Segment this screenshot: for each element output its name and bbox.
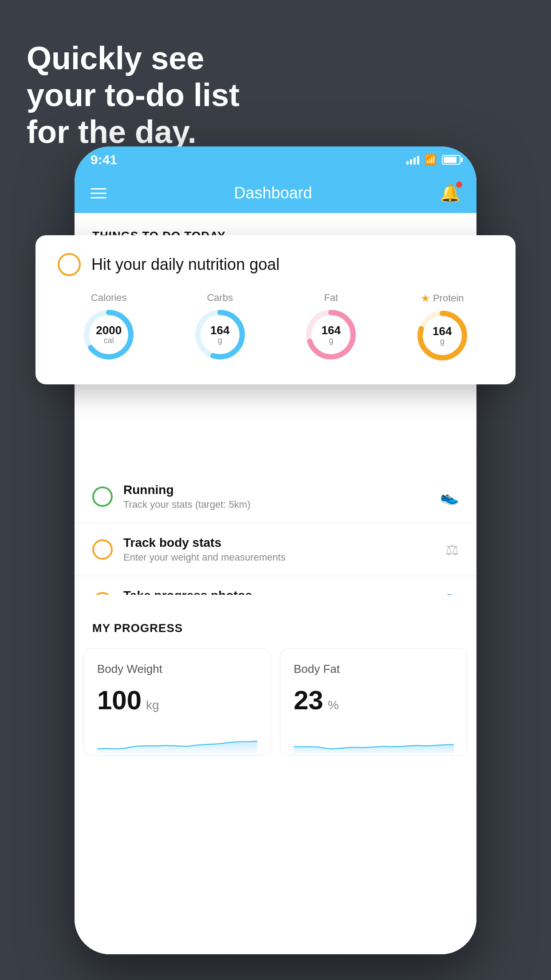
status-bar: 9:41 📶 xyxy=(75,146,476,173)
running-icon: 👟 xyxy=(440,488,459,506)
fat-unit: g xyxy=(322,336,341,345)
body-weight-unit: kg xyxy=(146,698,159,712)
todo-circle-body-stats xyxy=(92,539,113,560)
hamburger-menu[interactable] xyxy=(91,188,106,198)
body-weight-chart xyxy=(97,729,257,755)
progress-title: MY PROGRESS xyxy=(75,621,476,648)
notification-dot xyxy=(456,182,462,188)
app-header: Dashboard 🔔 xyxy=(75,173,476,213)
progress-cards: Body Weight 100 kg Bo xyxy=(75,648,476,774)
header-title: Dashboard xyxy=(234,184,312,202)
body-weight-number: 100 xyxy=(97,685,142,715)
progress-section: MY PROGRESS Body Weight 100 kg xyxy=(75,595,476,774)
protein-donut: 164 g xyxy=(416,309,469,362)
body-fat-unit: % xyxy=(328,698,339,712)
todo-subtitle-running: Track your stats (target: 5km) xyxy=(123,499,429,510)
wifi-icon: 📶 xyxy=(425,154,437,166)
todo-title-body-stats: Track body stats xyxy=(123,536,435,550)
hero-text: Quickly see your to-do list for the day. xyxy=(27,40,240,150)
todo-subtitle-body-stats: Enter your weight and measurements xyxy=(123,552,435,563)
status-time: 9:41 xyxy=(91,152,117,167)
body-weight-card[interactable]: Body Weight 100 kg xyxy=(83,648,271,756)
signal-icon xyxy=(406,155,419,165)
todo-circle-running xyxy=(92,486,113,507)
carbs-label: Carbs xyxy=(207,292,233,304)
body-fat-chart xyxy=(294,729,454,755)
nutrition-card-title: Hit your daily nutrition goal xyxy=(91,255,279,274)
task-circle-nutrition[interactable] xyxy=(58,253,81,276)
nutrition-carbs: Carbs 164 g xyxy=(169,292,272,362)
nutrition-grid: Calories 2000 cal Carbs xyxy=(58,292,493,362)
nutrition-fat: Fat 164 g xyxy=(280,292,382,362)
protein-value: 164 xyxy=(433,325,452,337)
fat-value: 164 xyxy=(322,324,341,336)
body-fat-number: 23 xyxy=(294,685,323,715)
status-icons: 📶 xyxy=(406,154,460,166)
protein-unit: g xyxy=(433,337,452,346)
scale-icon: ⚖ xyxy=(445,541,459,558)
todo-title-running: Running xyxy=(123,483,429,497)
todo-item-body-stats[interactable]: Track body stats Enter your weight and m… xyxy=(75,523,476,576)
carbs-donut: 164 g xyxy=(193,308,247,361)
body-fat-card[interactable]: Body Fat 23 % xyxy=(280,648,468,756)
fat-donut: 164 g xyxy=(304,308,358,361)
carbs-value: 164 xyxy=(210,324,229,336)
fat-label: Fat xyxy=(324,292,338,304)
nutrition-protein: ★ Protein 164 g xyxy=(391,292,494,362)
body-weight-value: 100 kg xyxy=(97,685,257,715)
calories-donut: 2000 cal xyxy=(82,308,135,361)
calories-value: 2000 xyxy=(96,324,122,336)
body-fat-label: Body Fat xyxy=(294,662,454,676)
nutrition-calories: Calories 2000 cal xyxy=(58,292,160,362)
notification-bell[interactable]: 🔔 xyxy=(440,183,460,203)
carbs-unit: g xyxy=(210,336,229,345)
body-weight-label: Body Weight xyxy=(97,662,257,676)
star-icon: ★ xyxy=(421,292,430,304)
calories-unit: cal xyxy=(96,336,122,345)
calories-label: Calories xyxy=(91,292,127,304)
protein-label: ★ Protein xyxy=(421,292,464,304)
todo-item-running[interactable]: Running Track your stats (target: 5km) 👟 xyxy=(75,470,476,523)
nutrition-card: Hit your daily nutrition goal Calories 2… xyxy=(35,235,516,384)
battery-icon xyxy=(442,155,460,165)
body-fat-value: 23 % xyxy=(294,685,454,715)
